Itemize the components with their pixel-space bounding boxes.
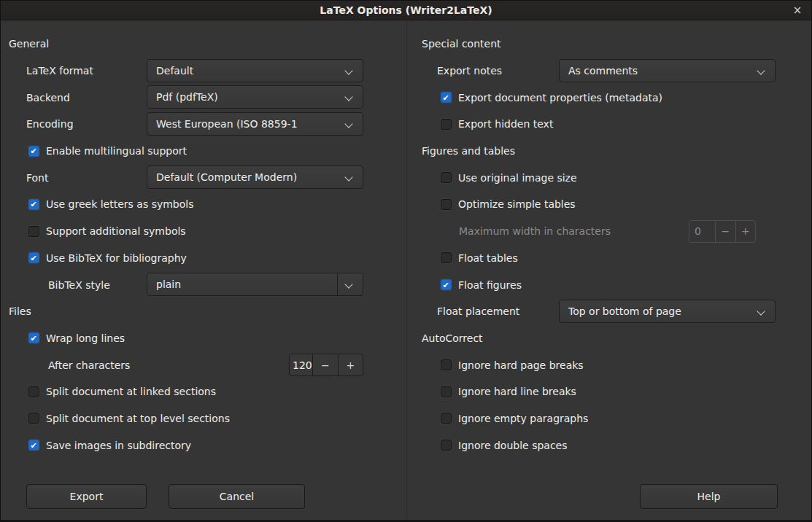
float-tables-checkbox[interactable] — [441, 252, 452, 263]
backend-row: Backend Pdf (pdfTeX) — [1, 84, 406, 111]
split-top-label: Split document at top level sections — [46, 413, 230, 424]
close-icon[interactable]: × — [789, 1, 805, 20]
section-special-content: Special content — [407, 31, 812, 58]
wrap-lines-label: Wrap long lines — [46, 332, 125, 344]
cancel-button-label: Cancel — [220, 491, 254, 502]
after-characters-row: After characters 120 − + — [1, 351, 406, 378]
encoding-combobox[interactable]: West European (ISO 8859-1 — [147, 112, 363, 136]
titlebar[interactable]: LaTeX Options (Writer2LaTeX) × — [1, 1, 811, 20]
bibtex-style-combobox[interactable]: plain — [147, 273, 363, 296]
max-width-spinner: 0 − + — [689, 220, 756, 243]
export-metadata-label: Export document properties (metadata) — [458, 92, 662, 104]
original-size-checkbox[interactable] — [441, 172, 452, 183]
encoding-row: Encoding West European (ISO 8859-1 — [1, 111, 406, 138]
split-linked-checkbox[interactable] — [28, 386, 39, 397]
backend-label: Backend — [26, 92, 70, 104]
after-characters-label: After characters — [48, 359, 130, 371]
minus-icon: − — [715, 221, 735, 242]
font-combobox[interactable]: Default (Computer Modern) — [147, 165, 363, 189]
float-figures-checkbox[interactable] — [441, 279, 452, 290]
ignore-page-breaks-label: Ignore hard page breaks — [458, 359, 584, 371]
chevron-down-icon — [757, 66, 765, 74]
section-general-label: General — [9, 38, 49, 50]
optimize-tables-checkbox[interactable] — [441, 199, 452, 210]
encoding-label: Encoding — [26, 118, 74, 130]
save-images-checkbox[interactable] — [28, 440, 39, 451]
bibtex-style-value: plain — [156, 278, 181, 290]
max-width-label: Maximum width in characters — [459, 225, 611, 237]
multilingual-row: Enable multilingual support — [1, 138, 406, 165]
split-top-checkbox[interactable] — [28, 413, 39, 424]
section-figures-tables: Figures and tables — [407, 138, 812, 165]
additional-symbols-checkbox[interactable] — [28, 226, 39, 237]
greek-letters-checkbox[interactable] — [28, 199, 39, 210]
font-row: Font Default (Computer Modern) — [1, 164, 406, 191]
float-placement-value: Top or bottom of page — [568, 305, 681, 317]
ignore-page-breaks-checkbox[interactable] — [441, 359, 452, 370]
split-linked-row: Split document at linked sections — [1, 378, 406, 405]
export-metadata-checkbox[interactable] — [441, 92, 452, 103]
float-tables-row: Float tables — [407, 245, 812, 272]
wrap-lines-row: Wrap long lines — [1, 325, 406, 352]
enable-multilingual-checkbox[interactable] — [28, 146, 39, 157]
split-linked-label: Split document at linked sections — [46, 386, 216, 397]
export-hidden-checkbox[interactable] — [441, 119, 452, 130]
latex-format-combobox[interactable]: Default — [147, 59, 363, 82]
after-characters-spinner: 120 − + — [289, 354, 363, 376]
plus-icon[interactable]: + — [338, 354, 363, 375]
help-button[interactable]: Help — [640, 484, 778, 509]
chevron-down-icon — [344, 281, 352, 289]
chevron-down-icon — [344, 66, 352, 74]
float-figures-row: Float figures — [407, 271, 812, 298]
wrap-lines-checkbox[interactable] — [28, 332, 39, 343]
hidden-text-row: Export hidden text — [407, 111, 812, 138]
export-button-label: Export — [70, 491, 104, 502]
ignore-line-breaks-checkbox[interactable] — [441, 386, 452, 397]
section-special-content-label: Special content — [422, 38, 501, 50]
backend-combobox[interactable]: Pdf (pdfTeX) — [147, 85, 363, 109]
latex-format-label: LaTeX format — [26, 65, 93, 77]
max-width-row: Maximum width in characters 0 − + — [407, 218, 812, 245]
window-title: LaTeX Options (Writer2LaTeX) — [320, 4, 492, 16]
export-button[interactable]: Export — [26, 484, 147, 509]
optimize-tables-row: Optimize simple tables — [407, 191, 812, 218]
export-hidden-label: Export hidden text — [458, 118, 553, 130]
additional-symbols-row: Support additional symbols — [1, 218, 406, 245]
latex-format-row: LaTeX format Default — [1, 58, 406, 85]
bibtex-row: Use BibTeX for bibliography — [1, 245, 406, 272]
backend-value: Pdf (pdfTeX) — [156, 91, 218, 103]
float-placement-combobox[interactable]: Top or bottom of page — [559, 300, 776, 323]
dialog-content: General LaTeX format Default Backend Pdf… — [1, 20, 811, 521]
ignore-double-checkbox[interactable] — [441, 440, 452, 451]
ignore-empty-checkbox[interactable] — [441, 413, 452, 424]
minus-icon[interactable]: − — [312, 354, 338, 375]
optimize-tables-label: Optimize simple tables — [458, 198, 576, 210]
export-notes-combobox[interactable]: As comments — [559, 59, 776, 82]
bibtex-style-label: BibTeX style — [48, 279, 110, 291]
font-value: Default (Computer Modern) — [156, 171, 297, 183]
use-bibtex-checkbox[interactable] — [28, 252, 39, 263]
after-characters-value[interactable]: 120 — [290, 354, 312, 375]
section-autocorrect: AutoCorrect — [407, 325, 812, 352]
section-figures-tables-label: Figures and tables — [422, 145, 515, 157]
section-files: Files — [1, 298, 406, 325]
ignore-double-label: Ignore double spaces — [458, 440, 568, 451]
save-images-row: Save images in subdirectory — [1, 432, 406, 459]
ignore-double-row: Ignore double spaces — [407, 432, 812, 459]
chevron-down-icon — [344, 174, 352, 182]
latex-format-value: Default — [156, 65, 193, 77]
additional-symbols-label: Support additional symbols — [46, 225, 186, 237]
save-images-label: Save images in subdirectory — [46, 440, 191, 451]
chevron-down-icon — [757, 307, 765, 315]
export-notes-value: As comments — [568, 65, 638, 77]
bibtex-style-row: BibTeX style plain — [1, 271, 406, 298]
cancel-button[interactable]: Cancel — [169, 484, 305, 509]
latex-options-dialog: LaTeX Options (Writer2LaTeX) × General L… — [0, 0, 812, 522]
split-top-row: Split document at top level sections — [1, 405, 406, 432]
greek-row: Use greek letters as symbols — [1, 191, 406, 218]
left-column: General LaTeX format Default Backend Pdf… — [1, 20, 406, 459]
original-size-row: Use original image size — [407, 164, 812, 191]
encoding-value: West European (ISO 8859-1 — [156, 118, 298, 130]
max-width-value: 0 — [689, 221, 715, 242]
ignore-line-breaks-row: Ignore hard line breaks — [407, 378, 812, 405]
